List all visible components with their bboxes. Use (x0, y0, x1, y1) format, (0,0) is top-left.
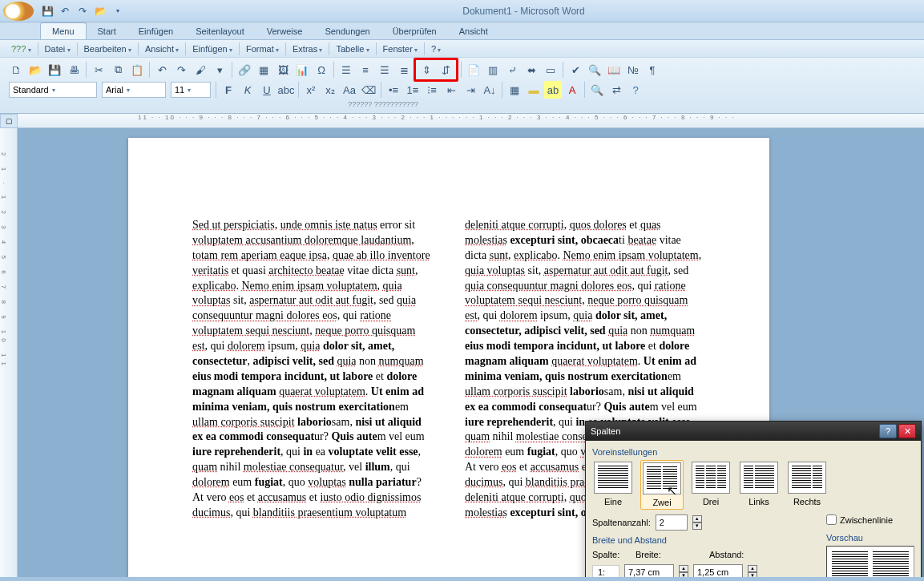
menu-datei[interactable]: Datei (40, 42, 75, 55)
tab-ueberpruefen[interactable]: Überprüfen (381, 23, 448, 39)
font-color-icon[interactable]: A (563, 81, 581, 99)
columns-icon[interactable]: ▥ (484, 61, 502, 79)
preset-three[interactable]: Drei (690, 460, 732, 510)
dialog-close-button[interactable]: ✕ (898, 424, 916, 438)
subscript-icon[interactable]: x₂ (321, 81, 339, 99)
bullets-icon[interactable]: •≡ (385, 81, 402, 99)
indent-inc-icon[interactable]: ⇥ (462, 81, 479, 99)
replace-icon[interactable]: ⇄ (607, 81, 625, 99)
divider-checkbox[interactable] (826, 514, 837, 525)
spellcheck-icon[interactable]: ✔ (567, 61, 584, 79)
find-icon[interactable]: 🔍 (588, 81, 606, 99)
row1-width-input[interactable] (624, 564, 674, 577)
tab-start[interactable]: Start (87, 23, 127, 39)
open-doc-icon[interactable]: 📂 (26, 61, 44, 79)
indent-dec-icon[interactable]: ⇤ (442, 81, 460, 99)
research-icon[interactable]: 🔍 (586, 61, 603, 79)
page-setup-icon[interactable]: 📄 (465, 61, 482, 79)
undo2-icon[interactable]: ↶ (153, 61, 171, 79)
align-justify-icon[interactable]: ≣ (395, 61, 413, 79)
office-button[interactable] (3, 2, 34, 21)
tab-sendungen[interactable]: Sendungen (313, 23, 381, 39)
table-insert-icon[interactable]: ▦ (255, 61, 272, 79)
menu-extras[interactable]: Extras (288, 42, 327, 55)
borders-icon[interactable]: ▦ (506, 81, 523, 99)
highlight-icon[interactable]: ab (544, 81, 562, 99)
ruler-vertical[interactable]: 2 1 · 1 2 3 4 5 6 7 8 9 10 11 (0, 128, 18, 577)
row1-width-spin[interactable]: ▲▼ (679, 565, 688, 577)
shading-icon[interactable]: ▬ (525, 81, 543, 99)
num-cols-input[interactable] (656, 514, 688, 531)
tab-seitenlayout[interactable]: Seitenlayout (184, 23, 256, 39)
preset-two[interactable]: Zwei ↖ (640, 460, 684, 510)
chart-icon[interactable]: 📊 (293, 61, 311, 79)
new-icon[interactable]: 🗋 (7, 61, 25, 79)
menu-tabelle[interactable]: Tabelle (331, 42, 373, 55)
sort-icon[interactable]: A↓ (481, 81, 498, 99)
word-count-icon[interactable]: № (624, 61, 642, 79)
orientation-icon[interactable]: ⬌ (523, 61, 540, 79)
symbol-icon[interactable]: Ω (313, 61, 330, 79)
image-icon[interactable]: 🖼 (274, 61, 292, 79)
menu-format[interactable]: Format (241, 42, 284, 55)
row1-gap-spin[interactable]: ▲▼ (748, 565, 757, 577)
dialog-help-button[interactable]: ? (879, 424, 897, 438)
undo-icon[interactable]: ↶ (58, 4, 72, 18)
tab-menu[interactable]: Menu (40, 22, 87, 39)
open-icon[interactable]: 📂 (93, 4, 107, 18)
align-right-icon[interactable]: ☰ (376, 61, 393, 79)
preset-right[interactable]: Rechts (786, 460, 828, 510)
multilevel-icon[interactable]: ⁝≡ (423, 81, 441, 99)
italic-button[interactable]: K (239, 81, 256, 99)
dialog-titlebar[interactable]: Spalten ? ✕ (586, 422, 921, 441)
tab-einfuegen[interactable]: Einfügen (127, 23, 184, 39)
thesaurus-icon[interactable]: 📖 (605, 61, 623, 79)
cut-icon[interactable]: ✂ (90, 61, 107, 79)
copy-icon[interactable]: ⧉ (109, 61, 127, 79)
hyperlink-icon[interactable]: 🔗 (236, 61, 253, 79)
change-case-icon[interactable]: Aa (341, 81, 358, 99)
ruler-corner[interactable]: ▢ (0, 114, 18, 128)
print-icon[interactable]: 🖶 (65, 61, 83, 79)
format-painter-icon[interactable]: 🖌 (192, 61, 209, 79)
save-doc-icon[interactable]: 💾 (46, 61, 63, 79)
font-combo[interactable]: Arial▾ (102, 82, 166, 98)
tab-ansicht[interactable]: Ansicht (448, 23, 499, 39)
preset-left[interactable]: Links (738, 460, 780, 510)
clear-format-icon[interactable]: ⌫ (360, 81, 377, 99)
margins-icon[interactable]: ▭ (542, 61, 559, 79)
tab-verweise[interactable]: Verweise (256, 23, 314, 39)
row1-gap-input[interactable] (693, 564, 743, 577)
size-combo[interactable]: 11▾ (171, 82, 211, 98)
menu-bearbeiten[interactable]: Bearbeiten (79, 42, 136, 55)
qat-dropdown-icon[interactable]: ▾ (111, 4, 125, 18)
preset-one[interactable]: Eine (592, 460, 634, 510)
ruler-horizontal[interactable]: 11 · · 10 · · · 9 · · · 8 · · · 7 · · · … (18, 114, 924, 128)
paste-icon[interactable]: 📋 (128, 61, 146, 79)
redo-icon[interactable]: ↷ (75, 4, 90, 18)
breaks-icon[interactable]: ⤶ (503, 61, 521, 79)
line-spacing-down-icon[interactable]: ⇵ (437, 61, 454, 79)
save-icon[interactable]: 💾 (40, 4, 54, 18)
zoom-dropdown-icon[interactable]: ▾ (211, 61, 228, 79)
align-center-icon[interactable]: ≡ (357, 61, 374, 79)
show-marks-icon[interactable]: ¶ (644, 61, 661, 79)
menu-einfuegen[interactable]: Einfügen (188, 42, 237, 55)
hint-dropdown[interactable]: ??? (6, 42, 36, 55)
help-icon[interactable]: ? (627, 81, 644, 99)
num-cols-spinner[interactable]: ▲▼ (692, 515, 702, 530)
style-combo[interactable]: Standard▾ (9, 82, 97, 98)
align-left-icon[interactable]: ☰ (337, 61, 355, 79)
superscript-icon[interactable]: x² (302, 81, 320, 99)
line-spacing-up-icon[interactable]: ⇕ (418, 61, 435, 79)
underline-button[interactable]: U (258, 81, 276, 99)
window-title: Dokument1 - Microsoft Word (127, 6, 921, 17)
numbering-icon[interactable]: 1≡ (404, 81, 422, 99)
bold-button[interactable]: F (220, 81, 237, 99)
strikethrough-icon[interactable]: abc (277, 81, 295, 99)
menu-fenster[interactable]: Fenster (378, 42, 423, 55)
menu-help[interactable]: ? (426, 42, 446, 55)
menu-ansicht[interactable]: Ansicht (140, 42, 184, 55)
redo2-icon[interactable]: ↷ (172, 61, 190, 79)
preset-left-label: Links (748, 497, 769, 506)
